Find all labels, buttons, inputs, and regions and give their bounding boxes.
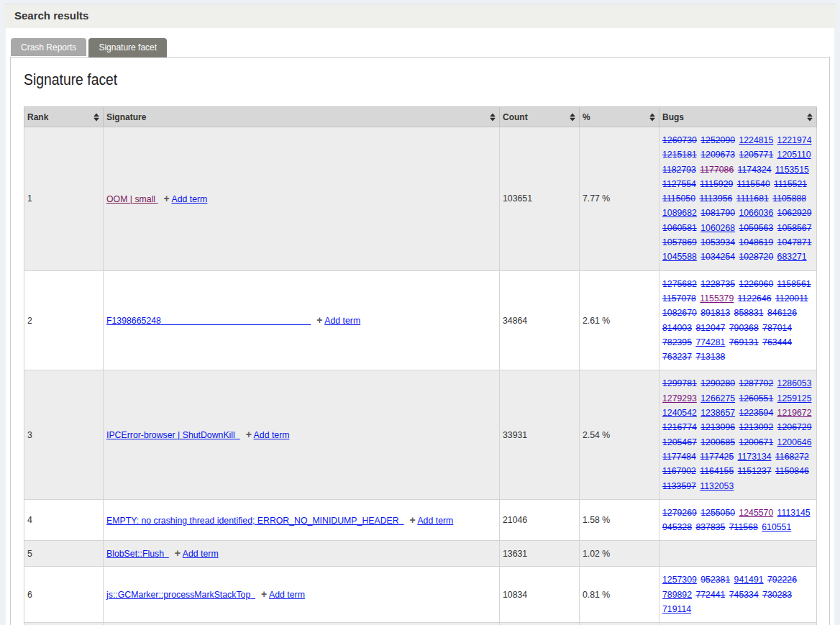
- bug-link[interactable]: 1215181: [662, 150, 697, 160]
- signature-link[interactable]: OOM | small: [106, 194, 158, 204]
- bug-link[interactable]: 1060268: [700, 223, 735, 233]
- bug-link[interactable]: 1133597: [662, 481, 696, 491]
- bug-link[interactable]: 1173134: [738, 452, 772, 462]
- bug-link[interactable]: 1238657: [700, 408, 735, 418]
- bug-link[interactable]: 1115540: [737, 179, 770, 189]
- bug-link[interactable]: 846126: [767, 308, 797, 318]
- bug-link[interactable]: 1062929: [777, 208, 812, 218]
- bug-link[interactable]: 1205110: [777, 150, 811, 160]
- bug-link[interactable]: 1174324: [738, 165, 772, 175]
- bug-link[interactable]: 1205467: [662, 437, 697, 447]
- bug-link[interactable]: 1115521: [774, 179, 807, 189]
- bug-link[interactable]: 1219672: [777, 408, 812, 418]
- bug-link[interactable]: 1213096: [700, 422, 735, 432]
- bug-link[interactable]: 790368: [729, 323, 759, 333]
- bug-link[interactable]: 730283: [762, 590, 792, 600]
- bug-link[interactable]: 1047871: [777, 237, 812, 247]
- bug-link[interactable]: 774281: [695, 337, 725, 347]
- bug-link[interactable]: 1151237: [738, 466, 772, 476]
- bug-link[interactable]: 1111681: [736, 193, 769, 204]
- bug-link[interactable]: 1081790: [700, 208, 735, 218]
- bug-link[interactable]: 1060581: [662, 223, 697, 233]
- bug-link[interactable]: 1255050: [700, 508, 735, 518]
- bug-link[interactable]: 782395: [662, 337, 692, 347]
- bug-link[interactable]: 1209673: [700, 150, 735, 160]
- bug-link[interactable]: 1216774: [662, 422, 697, 432]
- bug-link[interactable]: 1058567: [777, 223, 812, 233]
- bug-link[interactable]: 763237: [662, 352, 692, 362]
- bug-link[interactable]: 713138: [695, 352, 725, 362]
- bug-link[interactable]: 1105888: [772, 193, 806, 204]
- bug-link[interactable]: 763444: [762, 337, 792, 347]
- column-header-count[interactable]: Count: [500, 107, 580, 127]
- bug-link[interactable]: 789892: [662, 590, 692, 600]
- bug-link[interactable]: 1059563: [739, 223, 773, 233]
- bug-link[interactable]: 787014: [762, 323, 792, 333]
- bug-link[interactable]: 1257309: [662, 575, 697, 585]
- bug-link[interactable]: 1299781: [662, 378, 697, 388]
- bug-link[interactable]: 1028720: [739, 252, 773, 262]
- bug-link[interactable]: 1066036: [739, 208, 773, 218]
- column-header-signature[interactable]: Signature: [104, 107, 500, 127]
- bug-link[interactable]: 1177425: [700, 452, 734, 462]
- bug-link[interactable]: 1200685: [700, 437, 735, 447]
- signature-link[interactable]: BlobSet::Flush: [106, 549, 169, 559]
- add-term-link[interactable]: Add term: [269, 590, 305, 600]
- bug-link[interactable]: 1034254: [700, 252, 735, 262]
- bug-link[interactable]: 1266275: [700, 393, 735, 403]
- bug-link[interactable]: 858831: [734, 308, 764, 318]
- signature-link[interactable]: IPCError-browser | ShutDownKill: [106, 430, 240, 440]
- add-term-link[interactable]: Add term: [254, 430, 290, 440]
- bug-link[interactable]: 610551: [762, 522, 791, 532]
- bug-link[interactable]: 1279293: [662, 393, 697, 403]
- bug-link[interactable]: 1205771: [739, 150, 773, 160]
- bug-link[interactable]: 1287702: [739, 378, 773, 388]
- signature-link[interactable]: F1398665248: [106, 316, 311, 326]
- bug-link[interactable]: 812047: [695, 323, 725, 333]
- bug-link[interactable]: 1153515: [775, 165, 809, 175]
- bug-link[interactable]: 1127554: [662, 179, 696, 189]
- bug-link[interactable]: 1115929: [700, 179, 733, 189]
- bug-link[interactable]: 1082670: [662, 308, 697, 318]
- bug-link[interactable]: 1259125: [777, 393, 812, 403]
- bug-link[interactable]: 1290280: [700, 378, 735, 388]
- bug-link[interactable]: 1182793: [662, 165, 696, 175]
- bug-link[interactable]: 1150846: [775, 466, 809, 476]
- signature-link[interactable]: EMPTY: no crashing thread identified; ER…: [106, 516, 403, 526]
- bug-link[interactable]: 1048619: [739, 237, 773, 247]
- bug-link[interactable]: 769131: [729, 337, 759, 347]
- bug-link[interactable]: 1132053: [700, 481, 734, 491]
- bug-link[interactable]: 683271: [777, 252, 807, 262]
- signature-link[interactable]: js::GCMarker::processMarkStackTop: [106, 590, 255, 600]
- bug-link[interactable]: 1213092: [739, 422, 773, 432]
- bug-link[interactable]: 772441: [695, 590, 725, 600]
- bug-link[interactable]: 1275682: [662, 279, 697, 289]
- bug-link[interactable]: 1053934: [700, 237, 735, 247]
- bug-link[interactable]: 745334: [729, 590, 759, 600]
- bug-link[interactable]: 1228735: [700, 279, 735, 289]
- tab-crash-reports[interactable]: Crash Reports: [11, 38, 86, 56]
- bug-link[interactable]: 1245570: [739, 508, 773, 518]
- bug-link[interactable]: 1200671: [739, 437, 773, 447]
- column-header-rank[interactable]: Rank: [24, 107, 104, 127]
- bug-link[interactable]: 1279269: [662, 508, 697, 518]
- bug-link[interactable]: 1164155: [700, 466, 734, 476]
- bug-link[interactable]: 1122646: [738, 293, 772, 304]
- bug-link[interactable]: 1286053: [777, 378, 812, 388]
- bug-link[interactable]: 792226: [767, 575, 797, 585]
- bug-link[interactable]: 1113145: [777, 508, 811, 518]
- bug-link[interactable]: 1177484: [662, 452, 696, 462]
- bug-link[interactable]: 837835: [695, 522, 725, 532]
- bug-link[interactable]: 1089682: [662, 208, 697, 218]
- bug-link[interactable]: 945328: [662, 522, 692, 532]
- add-term-link[interactable]: Add term: [324, 316, 360, 326]
- bug-link[interactable]: 1223594: [739, 408, 773, 418]
- bug-link[interactable]: 1260551: [739, 393, 773, 403]
- bug-link[interactable]: 1226960: [739, 279, 773, 289]
- bug-link[interactable]: 1167902: [662, 466, 696, 476]
- bug-link[interactable]: 1155379: [700, 293, 734, 304]
- bug-link[interactable]: 1115050: [662, 193, 695, 204]
- bug-link[interactable]: 941491: [734, 575, 764, 585]
- add-term-link[interactable]: Add term: [183, 549, 219, 559]
- column-header-bugs[interactable]: Bugs: [659, 107, 817, 127]
